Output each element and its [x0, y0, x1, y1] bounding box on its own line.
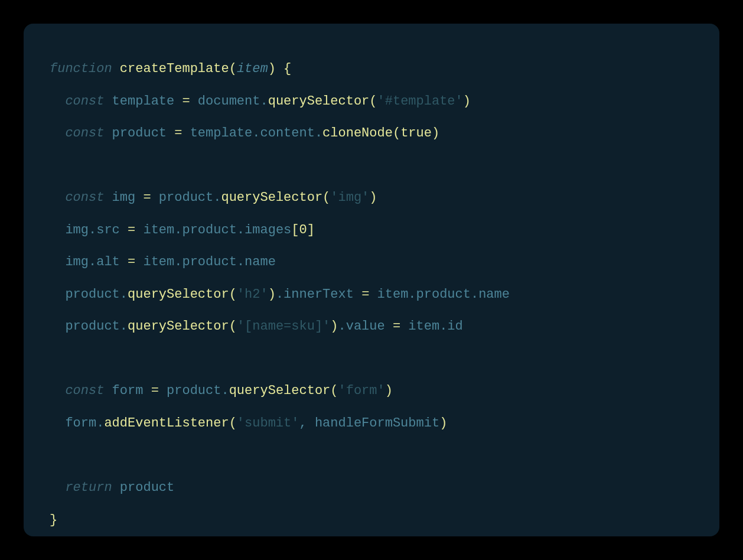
paren: (: [322, 190, 330, 205]
keyword-return: return: [65, 480, 112, 495]
method: querySelector: [268, 94, 370, 109]
code-content: function createTemplate(item) { const te…: [50, 53, 693, 536]
string: '[name=sku]': [237, 319, 330, 334]
operator: =: [174, 126, 182, 141]
property: value: [346, 319, 393, 334]
method: cloneNode: [322, 126, 393, 141]
dot: .: [89, 255, 96, 269]
paren: ): [330, 319, 338, 334]
paren: ): [385, 383, 393, 398]
paren: ): [439, 416, 447, 431]
property: name: [245, 255, 276, 269]
variable: img: [104, 190, 143, 205]
keyword-const: const: [65, 126, 104, 141]
dot: .: [439, 319, 447, 334]
method: querySelector: [229, 383, 331, 398]
identifier: item: [369, 287, 408, 302]
identifier: product: [65, 287, 119, 302]
dot: .: [237, 255, 245, 269]
keyword-function: function: [50, 61, 112, 76]
comma: ,: [299, 416, 314, 431]
keyword-const: const: [65, 190, 104, 205]
keyword-const: const: [65, 383, 104, 398]
dot: .: [408, 287, 416, 302]
property: alt: [96, 255, 128, 269]
identifier: item: [135, 255, 174, 269]
paren: ): [463, 94, 471, 109]
property: name: [478, 287, 510, 302]
operator: =: [128, 255, 135, 269]
keyword-const: const: [65, 94, 104, 109]
brace: {: [276, 61, 291, 76]
boolean: true: [400, 126, 432, 141]
dot: .: [276, 287, 283, 302]
operator: =: [182, 94, 190, 109]
identifier: item: [400, 319, 439, 334]
paren: (: [369, 94, 377, 109]
function-name: createTemplate: [120, 61, 229, 76]
operator: =: [128, 223, 135, 237]
method: querySelector: [128, 287, 229, 302]
method: querySelector: [221, 190, 322, 205]
dot: .: [120, 319, 128, 334]
dot: .: [260, 94, 268, 109]
property: content: [260, 126, 314, 141]
property: product: [416, 287, 471, 302]
operator: =: [143, 190, 151, 205]
property: product: [182, 223, 236, 237]
operator: =: [393, 319, 400, 334]
string: 'submit': [237, 416, 299, 431]
paren: (: [229, 319, 237, 334]
dot: .: [252, 126, 260, 141]
dot: .: [221, 383, 229, 398]
method: addEventListener: [104, 416, 229, 431]
dot: .: [174, 255, 182, 269]
dot: .: [174, 223, 182, 237]
operator: =: [361, 287, 369, 302]
property: src: [96, 223, 128, 237]
dot: .: [338, 319, 346, 334]
paren: (: [393, 126, 400, 141]
paren: (: [229, 416, 237, 431]
paren: (: [330, 383, 338, 398]
dot: .: [96, 416, 104, 431]
string: '#template': [377, 94, 463, 109]
bracket: [: [291, 223, 299, 237]
string: 'h2': [237, 287, 268, 302]
variable: template: [104, 94, 182, 109]
code-block: function createTemplate(item) { const te…: [24, 24, 719, 536]
identifier: document: [190, 94, 260, 109]
dot: .: [471, 287, 478, 302]
identifier: product: [65, 319, 119, 334]
identifier: product: [151, 190, 214, 205]
paren: ): [268, 61, 276, 76]
identifier: handleFormSubmit: [315, 416, 439, 431]
paren: ): [268, 287, 276, 302]
dot: .: [237, 223, 245, 237]
string: 'form': [338, 383, 385, 398]
property: id: [447, 319, 462, 334]
property: product: [182, 255, 236, 269]
paren: (: [229, 61, 237, 76]
paren: ): [369, 190, 377, 205]
identifier: template: [182, 126, 252, 141]
identifier: item: [135, 223, 174, 237]
operator: =: [151, 383, 159, 398]
identifier: product: [112, 480, 175, 495]
variable: form: [104, 383, 151, 398]
property: images: [245, 223, 291, 237]
parameter: item: [237, 61, 268, 76]
identifier: product: [159, 383, 221, 398]
paren: ): [432, 126, 439, 141]
identifier: img: [65, 255, 89, 269]
identifier: form: [65, 416, 96, 431]
number: 0: [299, 223, 307, 237]
property: innerText: [283, 287, 361, 302]
method: querySelector: [128, 319, 229, 334]
dot: .: [213, 190, 221, 205]
dot: .: [89, 223, 96, 237]
brace: }: [50, 513, 57, 528]
bracket: ]: [307, 223, 315, 237]
dot: .: [120, 287, 128, 302]
paren: (: [229, 287, 237, 302]
